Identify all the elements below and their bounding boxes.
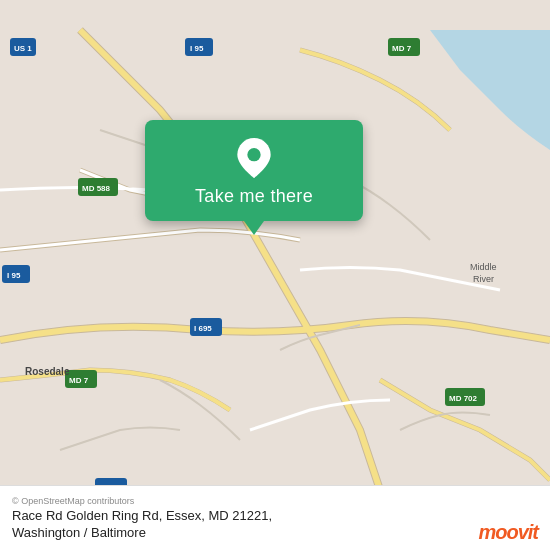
svg-point-24 [247, 148, 260, 161]
svg-text:I 95: I 95 [7, 271, 21, 280]
svg-text:I 95: I 95 [190, 44, 204, 53]
attribution-text: © OpenStreetMap contributors [12, 496, 134, 506]
popup-card[interactable]: Take me there [145, 120, 363, 221]
svg-text:I 695: I 695 [194, 324, 212, 333]
svg-text:Rosedale: Rosedale [25, 366, 70, 377]
svg-text:MD 702: MD 702 [449, 394, 478, 403]
svg-text:MD 7: MD 7 [69, 376, 89, 385]
svg-text:MD 588: MD 588 [82, 184, 111, 193]
address-text: Race Rd Golden Ring Rd, Essex, MD 21221,… [12, 508, 468, 542]
bottom-bar: © OpenStreetMap contributors Race Rd Gol… [0, 485, 550, 550]
moovit-logo: moovit [478, 522, 538, 542]
address-line1: Race Rd Golden Ring Rd, Essex, MD 21221, [12, 508, 272, 523]
map-svg: US 1 I 95 I 95 I 695 I 695 MD 7 MD 7 MD … [0, 0, 550, 550]
svg-text:Middle: Middle [470, 262, 497, 272]
location-pin-icon [234, 138, 274, 178]
map-container: US 1 I 95 I 95 I 695 I 695 MD 7 MD 7 MD … [0, 0, 550, 550]
moovit-brand-text: moovit [478, 522, 538, 542]
svg-text:River: River [473, 274, 494, 284]
address-city: Washington / Baltimore [12, 525, 146, 540]
osm-attribution: © OpenStreetMap contributors [12, 496, 468, 506]
svg-text:MD 7: MD 7 [392, 44, 412, 53]
take-me-there-button[interactable]: Take me there [195, 186, 313, 207]
address-section: © OpenStreetMap contributors Race Rd Gol… [12, 496, 468, 542]
svg-text:US 1: US 1 [14, 44, 32, 53]
